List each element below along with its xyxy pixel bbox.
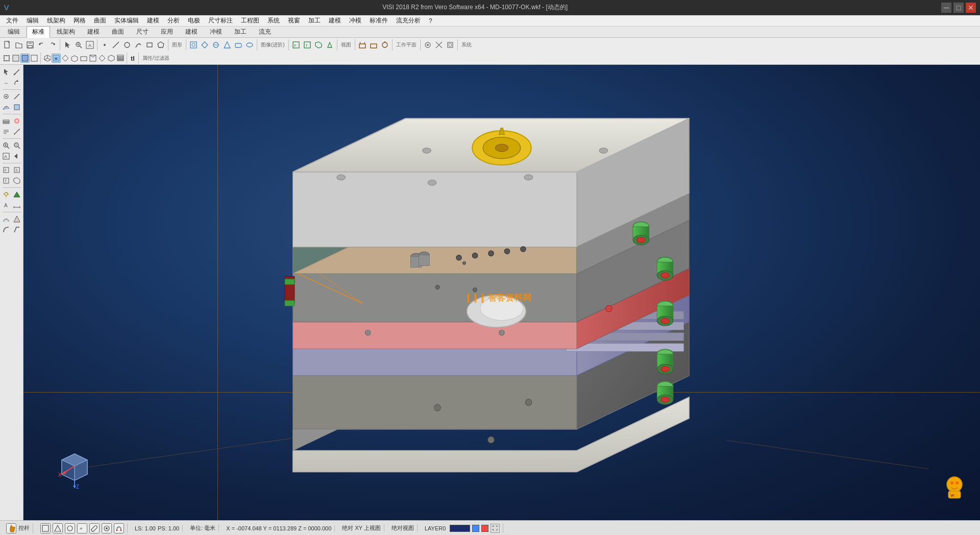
tb-workplane2[interactable] bbox=[368, 39, 379, 51]
tab-surface[interactable]: 曲面 bbox=[106, 26, 130, 38]
menu-drawing[interactable]: 工程图 bbox=[237, 15, 263, 26]
menu-help[interactable]: ? bbox=[425, 16, 436, 26]
menu-mold[interactable]: 建模 bbox=[325, 15, 345, 26]
menu-modeling[interactable]: 建模 bbox=[143, 15, 163, 26]
tb-line[interactable] bbox=[110, 39, 121, 51]
lt-zoom-prev[interactable] bbox=[12, 151, 22, 161]
tb-open[interactable] bbox=[13, 39, 24, 51]
menu-analysis[interactable]: 分析 bbox=[163, 15, 184, 26]
tb-sys3[interactable] bbox=[445, 39, 456, 51]
tb-select[interactable] bbox=[62, 39, 73, 51]
tab-wireframe[interactable]: 线架构 bbox=[51, 26, 81, 38]
tb-undo[interactable] bbox=[36, 39, 47, 51]
tab-cam[interactable]: 加工 bbox=[229, 26, 252, 38]
lt-chamfer[interactable] bbox=[12, 225, 22, 235]
menu-system[interactable]: 系统 bbox=[263, 15, 284, 26]
minimize-button[interactable]: ─ bbox=[941, 3, 951, 13]
lt-render[interactable] bbox=[12, 189, 22, 200]
tb-arc[interactable] bbox=[133, 39, 144, 51]
status-color-swatch-2[interactable] bbox=[481, 525, 488, 532]
lt-point-snap[interactable] bbox=[1, 91, 11, 102]
tb-zoom-window[interactable] bbox=[73, 39, 84, 51]
tb-3d-front[interactable]: ▣ bbox=[52, 54, 61, 63]
tb-display-mode[interactable] bbox=[11, 54, 20, 63]
tb-sys1[interactable] bbox=[422, 39, 433, 51]
lt-properties[interactable] bbox=[1, 127, 11, 137]
tb-img2[interactable] bbox=[199, 39, 210, 51]
status-icon-hand[interactable] bbox=[6, 523, 16, 533]
menu-solid-edit[interactable]: 实体编辑 bbox=[110, 15, 143, 26]
tb-view-iso[interactable] bbox=[313, 39, 324, 51]
status-fullscreen-btn[interactable]: ⛶ bbox=[491, 524, 500, 533]
tb-circle[interactable] bbox=[121, 39, 133, 51]
tab-flowsim[interactable]: 流充 bbox=[253, 26, 277, 38]
menu-wireframe[interactable]: 线架构 bbox=[43, 15, 69, 26]
lt-annotation[interactable]: A bbox=[1, 200, 11, 210]
tb-sys2[interactable] bbox=[433, 39, 445, 51]
menu-dimension[interactable]: 尺寸标注 bbox=[204, 15, 237, 26]
viewport[interactable]: ❙❙❙ 智客资料网 Z X bbox=[23, 65, 980, 520]
tb-3d-top[interactable] bbox=[70, 54, 79, 63]
lt-line-snap[interactable] bbox=[12, 91, 22, 102]
lt-zoom-out[interactable] bbox=[12, 140, 22, 151]
menu-electrode[interactable]: 电极 bbox=[184, 15, 204, 26]
tb-img4[interactable] bbox=[222, 39, 233, 51]
status-icon-magnet[interactable] bbox=[114, 523, 124, 533]
status-layer-color[interactable] bbox=[450, 525, 470, 532]
tab-stamping[interactable]: 冲模 bbox=[204, 26, 228, 38]
lt-dimension[interactable] bbox=[12, 200, 22, 210]
status-icon-2[interactable] bbox=[53, 523, 63, 533]
lt-color[interactable] bbox=[12, 116, 22, 126]
lt-pan[interactable]: ↔ bbox=[1, 78, 11, 88]
tb-view-front[interactable]: F bbox=[290, 39, 302, 51]
tab-apply[interactable]: 应用 bbox=[155, 26, 179, 38]
lt-select-arrow[interactable] bbox=[1, 67, 11, 77]
status-color-swatch-1[interactable] bbox=[472, 525, 479, 532]
menu-surface[interactable]: 曲面 bbox=[90, 15, 110, 26]
status-icon-3[interactable] bbox=[65, 523, 75, 533]
tb-polygon[interactable] bbox=[155, 39, 166, 51]
tb-img1[interactable] bbox=[188, 39, 199, 51]
status-icon-target[interactable] bbox=[102, 523, 112, 533]
menu-machining[interactable]: 加工 bbox=[304, 15, 325, 26]
tb-3d-right[interactable] bbox=[61, 54, 70, 63]
menu-standard-parts[interactable]: 标准件 bbox=[365, 15, 392, 26]
menu-stamping[interactable]: 冲模 bbox=[345, 15, 365, 26]
tb-snap-grid[interactable] bbox=[2, 54, 11, 63]
tb-img6[interactable] bbox=[244, 39, 255, 51]
status-icon-1[interactable] bbox=[40, 523, 51, 533]
menu-file[interactable]: 文件 bbox=[2, 15, 22, 26]
tb-3d-bottom[interactable] bbox=[79, 54, 88, 63]
tb-img3[interactable] bbox=[210, 39, 222, 51]
tb-view-top[interactable]: T bbox=[302, 39, 313, 51]
lt-view-iso[interactable] bbox=[12, 176, 22, 186]
lt-edit-mode[interactable] bbox=[12, 67, 22, 77]
menu-flow[interactable]: 流充分析 bbox=[392, 15, 425, 26]
lt-rotate[interactable] bbox=[12, 78, 22, 88]
tb-new[interactable] bbox=[2, 39, 13, 51]
tab-moldbase[interactable]: 建模 bbox=[180, 26, 203, 38]
tb-3d-box[interactable] bbox=[42, 54, 52, 63]
tb-workplane1[interactable] bbox=[357, 39, 368, 51]
tb-point[interactable] bbox=[99, 39, 110, 51]
lt-zoom-all[interactable]: A bbox=[1, 151, 11, 161]
lt-shell[interactable] bbox=[1, 214, 11, 224]
tb-layers[interactable] bbox=[116, 54, 125, 63]
status-icon-wrench[interactable] bbox=[89, 523, 100, 533]
tb-zoom-all[interactable]: A bbox=[84, 39, 95, 51]
tb-wireframe-mode[interactable] bbox=[30, 54, 39, 63]
lt-layer-mgr[interactable] bbox=[1, 116, 11, 126]
tb-workplane3[interactable] bbox=[379, 39, 390, 51]
tb-redo[interactable] bbox=[47, 39, 58, 51]
tb-view-perspective[interactable] bbox=[324, 39, 335, 51]
tb-save[interactable] bbox=[24, 39, 36, 51]
tb-3d-isometric[interactable] bbox=[107, 54, 116, 63]
tab-edit[interactable]: 编辑 bbox=[2, 26, 26, 38]
lt-view-side[interactable]: S bbox=[12, 165, 22, 175]
menu-mesh[interactable]: 网格 bbox=[69, 15, 90, 26]
lt-zoom-in[interactable] bbox=[1, 140, 11, 151]
lt-measure[interactable] bbox=[12, 127, 22, 137]
status-icon-4[interactable]: + bbox=[77, 523, 87, 533]
lt-view-top[interactable]: T bbox=[1, 176, 11, 186]
tb-shaded-mode[interactable] bbox=[20, 54, 30, 63]
